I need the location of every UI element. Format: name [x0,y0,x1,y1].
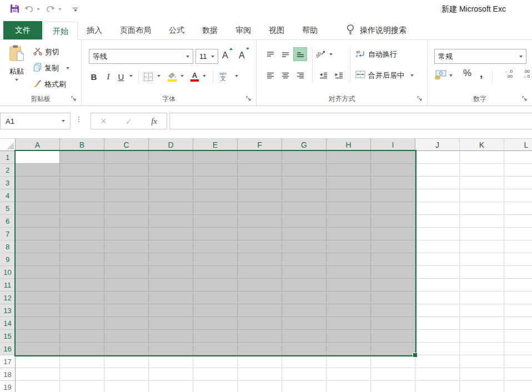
cell-G9[interactable] [282,253,327,266]
cell-F19[interactable] [238,381,282,392]
cell-H13[interactable] [327,304,371,317]
decrease-decimal-button[interactable]: .00 →.0 [515,69,530,79]
row-header-8[interactable]: 8 [0,240,16,253]
cell-F15[interactable] [238,330,282,343]
redo-dropdown-caret[interactable] [58,8,62,11]
cell-H19[interactable] [327,381,371,392]
cell-A7[interactable] [16,228,60,240]
cell-A12[interactable] [16,292,60,304]
cell-J13[interactable] [415,304,460,317]
cell-I15[interactable] [371,330,415,343]
cell-C4[interactable] [104,189,149,202]
cell-A11[interactable] [16,279,60,292]
cell-A2[interactable] [16,164,60,177]
cell-K16[interactable] [460,343,504,355]
cell-E6[interactable] [193,215,238,228]
cell-L4[interactable] [504,189,532,202]
cell-G1[interactable] [282,151,327,164]
cell-I6[interactable] [371,215,415,228]
cell-L8[interactable] [504,240,532,253]
cell-K11[interactable] [460,279,504,292]
cell-A6[interactable] [16,215,60,228]
formula-input[interactable] [169,113,532,129]
cell-A18[interactable] [16,368,60,381]
cell-E11[interactable] [193,279,238,292]
cell-E10[interactable] [193,266,238,279]
cell-H8[interactable] [327,240,371,253]
cell-I2[interactable] [371,164,415,177]
cell-C13[interactable] [104,304,149,317]
cell-C2[interactable] [104,164,149,177]
cell-K2[interactable] [460,164,504,177]
cell-C10[interactable] [104,266,149,279]
cell-I3[interactable] [371,177,415,189]
cell-D5[interactable] [149,202,193,215]
cell-A16[interactable] [16,343,60,355]
cell-E4[interactable] [193,189,238,202]
cell-E8[interactable] [193,240,238,253]
cell-H12[interactable] [327,292,371,304]
cell-B10[interactable] [60,266,104,279]
tab-insert[interactable]: 插入 [78,21,111,39]
cell-F7[interactable] [238,228,282,240]
row-header-4[interactable]: 4 [0,189,16,202]
cell-G5[interactable] [282,202,327,215]
cell-F14[interactable] [238,317,282,330]
undo-button[interactable] [22,4,36,15]
row-header-13[interactable]: 13 [0,304,16,317]
cell-F16[interactable] [238,343,282,355]
cell-E3[interactable] [193,177,238,189]
redo-button[interactable] [43,4,58,15]
cell-K1[interactable] [460,151,504,164]
cell-J18[interactable] [415,368,460,381]
cell-L16[interactable] [504,343,532,355]
cell-F1[interactable] [238,151,282,164]
cell-A5[interactable] [16,202,60,215]
cell-J16[interactable] [415,343,460,355]
cell-H18[interactable] [327,368,371,381]
cell-H14[interactable] [327,317,371,330]
cell-D18[interactable] [149,368,193,381]
borders-dropdown-caret[interactable] [157,75,160,77]
copy-button[interactable]: 复制 [33,63,69,74]
cell-E18[interactable] [193,368,238,381]
cell-B18[interactable] [60,368,104,381]
cell-D8[interactable] [149,240,193,253]
tab-view[interactable]: 视图 [260,21,293,39]
cell-E12[interactable] [193,292,238,304]
column-header-G[interactable]: G [282,139,327,151]
fill-color-button[interactable] [167,69,177,84]
cell-D16[interactable] [149,343,193,355]
cell-F3[interactable] [238,177,282,189]
cell-B19[interactable] [60,381,104,392]
cell-G12[interactable] [282,292,327,304]
cell-J3[interactable] [415,177,460,189]
cell-J4[interactable] [415,189,460,202]
cell-H10[interactable] [327,266,371,279]
alignment-dialog-launcher[interactable] [416,96,423,102]
cell-H15[interactable] [327,330,371,343]
merge-center-dropdown-caret[interactable] [410,74,414,77]
cell-C8[interactable] [104,240,149,253]
cell-J5[interactable] [415,202,460,215]
accounting-format-button[interactable] [434,68,453,83]
formula-bar-resize-handle[interactable] [78,117,79,122]
cell-I9[interactable] [371,253,415,266]
cell-C15[interactable] [104,330,149,343]
cell-F8[interactable] [238,240,282,253]
cell-F13[interactable] [238,304,282,317]
cell-C1[interactable] [104,151,149,164]
cell-I10[interactable] [371,266,415,279]
cell-I1[interactable] [371,151,415,164]
cell-I5[interactable] [371,202,415,215]
column-header-J[interactable]: J [415,139,460,151]
accounting-dropdown-caret[interactable] [449,74,453,77]
cell-L2[interactable] [504,164,532,177]
bold-button[interactable]: B [88,69,99,84]
cell-K3[interactable] [460,177,504,189]
row-header-5[interactable]: 5 [0,202,16,215]
cell-B3[interactable] [60,177,104,189]
cell-D13[interactable] [149,304,193,317]
orientation-button[interactable]: ab [314,47,333,62]
cell-L13[interactable] [504,304,532,317]
